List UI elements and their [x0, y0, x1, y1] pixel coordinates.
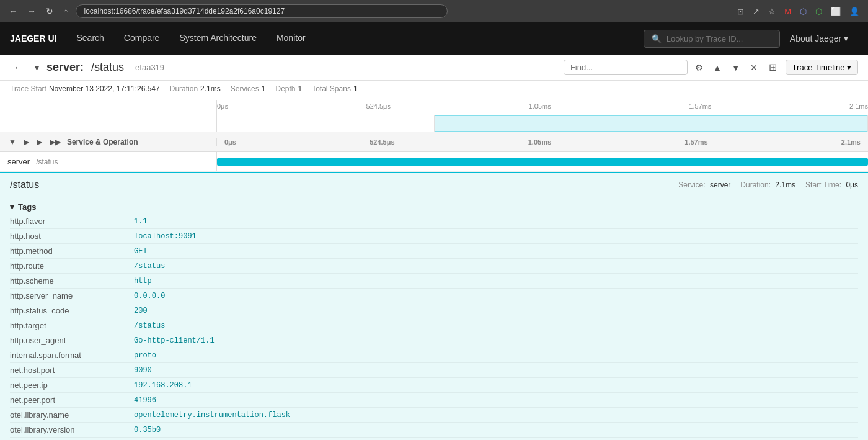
tag-row: http.hostlocalhost:9091: [10, 229, 858, 244]
tag-value: 0.0.0.0: [134, 292, 165, 300]
tag-key: http.route: [10, 261, 134, 271]
trace-operation-name: /status: [91, 61, 124, 74]
tags-label: Tags: [18, 202, 36, 212]
tags-toggle-btn[interactable]: ▾ Tags: [10, 197, 858, 214]
trace-header-right: ⚙ ▲ ▼ ✕ ⊞ Trace Timeline ▾: [564, 60, 858, 75]
ruler-tick-1: 524.5μs: [366, 102, 391, 110]
svc-tick-3: 1.57ms: [684, 138, 707, 146]
expand-children-btn[interactable]: ▶: [22, 138, 30, 146]
top-nav: JAEGER UI Search Compare System Architec…: [0, 22, 868, 55]
find-input[interactable]: [564, 60, 688, 75]
trace-header: ← ▾ server: /status efaa319 ⚙ ▲ ▼ ✕ ⊞ Tr…: [0, 55, 868, 81]
trace-timeline-btn[interactable]: Trace Timeline ▾: [786, 60, 858, 75]
span-row[interactable]: server /status: [0, 152, 868, 172]
tag-value: GET: [134, 247, 148, 256]
detail-header: /status Service: server Duration: 2.1ms …: [0, 173, 868, 197]
tag-row: http.schemehttp: [10, 274, 858, 289]
tag-value: opentelemetry.instrumentation.flask: [134, 411, 290, 420]
nav-search-box[interactable]: 🔍: [644, 30, 780, 48]
tag-value: localhost:9091: [134, 232, 197, 241]
tag-key: otel.library.name: [10, 410, 134, 420]
browser-puzzle-icon[interactable]: ⬜: [828, 6, 843, 17]
browser-ext2-icon[interactable]: ⬡: [797, 6, 809, 17]
trace-id: efaa319: [135, 63, 164, 72]
tag-row: net.peer.ip192.168.208.1: [10, 378, 858, 393]
nav-item-monitor[interactable]: Monitor: [267, 22, 316, 55]
detail-panel: /status Service: server Duration: 2.1ms …: [0, 172, 868, 440]
browser-avatar[interactable]: 👤: [847, 6, 862, 17]
tag-value: 0.35b0: [134, 426, 161, 434]
duration-label: Duration: [170, 84, 198, 93]
browser-refresh-btn[interactable]: ↻: [43, 5, 56, 17]
browser-bookmark-icon[interactable]: ☆: [766, 6, 778, 17]
collapse-children-btn[interactable]: ▶: [35, 138, 43, 146]
nav-search-icon: 🔍: [652, 34, 662, 43]
tag-value: http: [134, 277, 152, 285]
find-close-btn[interactable]: ✕: [748, 61, 760, 74]
tag-row: otel.library.nameopentelemetry.instrumen…: [10, 408, 858, 423]
duration-value: 2.1ms: [200, 84, 221, 93]
tag-key: net.peer.ip: [10, 380, 134, 390]
nav-item-system-architecture[interactable]: System Architecture: [169, 22, 267, 55]
span-service: server: [7, 157, 30, 166]
browser-ext3-icon[interactable]: ⬡: [813, 6, 825, 17]
tag-row: http.route/status: [10, 259, 858, 274]
tag-value: 9090: [134, 366, 152, 375]
span-label-cell[interactable]: server /status: [0, 152, 217, 171]
trace-expand-chevron: ▾: [35, 63, 39, 73]
find-next-btn[interactable]: ▼: [729, 61, 743, 74]
ruler-tick-2: 1.05ms: [529, 102, 551, 110]
tag-key: net.host.port: [10, 366, 134, 375]
nav-item-search[interactable]: Search: [66, 22, 113, 55]
total-spans-label: Total Spans: [312, 84, 351, 93]
address-bar[interactable]: localhost:16686/trace/efaa319d3714dde192…: [76, 4, 448, 18]
tag-key: http.method: [10, 246, 134, 256]
tag-row: http.user_agentGo-http-client/1.1: [10, 333, 858, 348]
grid-view-btn[interactable]: ⊞: [765, 60, 781, 74]
tag-key: http.target: [10, 321, 134, 330]
ruler-labels: 0μs 524.5μs 1.05ms 1.57ms 2.1ms: [217, 102, 868, 110]
expand-all-btn[interactable]: ▶▶: [48, 138, 62, 146]
collapse-all-btn[interactable]: ▼: [7, 138, 17, 146]
span-operation: /status: [36, 158, 58, 166]
nav-item-compare[interactable]: Compare: [114, 22, 170, 55]
find-settings-btn[interactable]: ⚙: [693, 61, 706, 74]
svc-op-label-cell: ▼ ▶ ▶ ▶▶ Service & Operation: [0, 138, 217, 146]
tag-row: otel.library.version0.35b0: [10, 423, 858, 438]
tag-key: http.server_name: [10, 291, 134, 300]
trace-back-btn[interactable]: ←: [10, 61, 27, 74]
svc-op-timeline-header: 0μs 524.5μs 1.05ms 1.57ms 2.1ms: [217, 138, 868, 146]
tags-chevron-icon: ▾: [10, 202, 14, 212]
find-prev-btn[interactable]: ▲: [711, 61, 724, 74]
nav-trace-id-input[interactable]: [666, 34, 772, 43]
browser-home-btn[interactable]: ⌂: [61, 5, 71, 17]
tags-section: ▾ Tags http.flavor1.1http.hostlocalhost:…: [0, 197, 868, 440]
browser-share-icon[interactable]: ↗: [750, 6, 762, 17]
span-bar: [217, 158, 868, 166]
nav-logo: JAEGER UI: [10, 34, 66, 43]
svc-tick-2: 1.05ms: [528, 138, 551, 146]
tag-key: http.host: [10, 231, 134, 241]
trace-start-value: November 13 2022, 17:11:26.547: [49, 84, 160, 93]
tag-value: Go-http-client/1.1: [134, 336, 215, 345]
nav-about-btn[interactable]: About Jaeger ▾: [780, 34, 858, 43]
services-label: Services: [231, 84, 259, 93]
tag-value: 192.168.208.1: [134, 381, 192, 390]
browser-forward-btn[interactable]: →: [25, 5, 38, 17]
detail-scroll[interactable]: ▾ Tags http.flavor1.1http.hostlocalhost:…: [0, 197, 868, 440]
browser-icons: ⊡ ↗ ☆ M ⬡ ⬡ ⬜ 👤: [735, 6, 862, 17]
svc-tick-4: 2.1ms: [841, 138, 861, 146]
detail-service-label: Service: server: [678, 181, 730, 189]
tag-row: http.flavor1.1: [10, 214, 858, 229]
browser-back-btn[interactable]: ←: [6, 5, 20, 17]
detail-op-name: /status: [10, 179, 39, 191]
span-timeline-cell[interactable]: [217, 152, 868, 171]
tag-row: net.peer.port41996: [10, 393, 858, 408]
tag-value: 200: [134, 307, 148, 315]
tag-value: proto: [134, 351, 156, 360]
trace-service-name: server:: [46, 61, 84, 74]
browser-screenshot-icon[interactable]: ⊡: [735, 6, 746, 17]
timeline-canvas[interactable]: [434, 115, 868, 132]
browser-ext1-icon[interactable]: M: [782, 6, 794, 17]
ruler-tick-0: 0μs: [217, 102, 228, 110]
